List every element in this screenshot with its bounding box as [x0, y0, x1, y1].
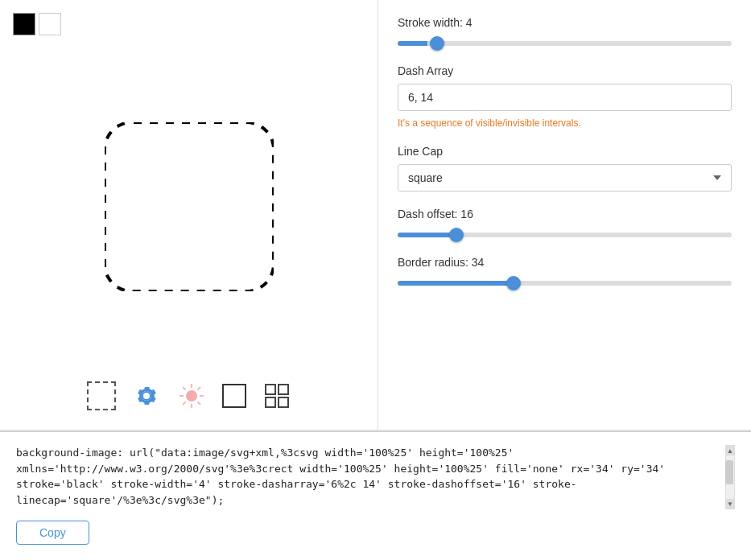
scrollbar-up-arrow[interactable]: ▲: [726, 446, 734, 455]
sunburst-icon[interactable]: [177, 381, 206, 410]
svg-line-7: [197, 402, 200, 406]
scrollbar-thumb[interactable]: [725, 460, 733, 484]
dash-array-input[interactable]: [398, 84, 732, 111]
gear-icon[interactable]: [132, 381, 161, 410]
copy-button[interactable]: Copy: [16, 521, 89, 545]
border-radius-label: Border radius: 34: [398, 256, 732, 269]
svg-point-1: [186, 390, 197, 401]
svg-rect-11: [279, 385, 288, 394]
scrollbar-track[interactable]: ▲ ▼: [725, 445, 735, 509]
border-radius-slider-container: [398, 275, 732, 288]
border-radius-group: Border radius: 34: [398, 256, 732, 288]
right-panel: Stroke width: 4 Dash Array It's a sequen…: [378, 0, 751, 430]
icon-row: [13, 375, 365, 417]
svg-line-6: [183, 387, 186, 390]
dash-offset-label: Dash offset: 16: [398, 208, 732, 220]
swatch-white[interactable]: [39, 13, 61, 35]
stroke-width-group: Stroke width: 4: [398, 16, 732, 48]
border-radius-slider[interactable]: [398, 281, 732, 286]
svg-rect-10: [266, 385, 275, 394]
svg-rect-13: [279, 397, 288, 407]
app-layout: Stroke width: 4 Dash Array It's a sequen…: [0, 0, 751, 560]
scrollbar-down-arrow[interactable]: ▼: [726, 499, 734, 509]
dash-offset-slider[interactable]: [398, 233, 732, 237]
grid-icon[interactable]: [262, 381, 291, 410]
line-cap-select[interactable]: butt round square: [398, 164, 732, 191]
dash-offset-group: Dash offset: 16: [398, 208, 732, 240]
bottom-section: background-image: url("data:image/svg+xm…: [0, 431, 751, 560]
preview-area: [13, 48, 365, 365]
svg-line-8: [197, 387, 200, 390]
dashed-square-icon[interactable]: [87, 381, 116, 410]
dash-array-hint: It's a sequence of visible/invisible int…: [398, 117, 732, 129]
simple-square-icon[interactable]: [222, 384, 246, 408]
dash-array-label: Dash Array: [398, 64, 732, 77]
svg-line-9: [183, 402, 186, 406]
stroke-width-label: Stroke width: 4: [398, 16, 732, 29]
swatch-black[interactable]: [13, 13, 35, 35]
svg-rect-0: [105, 122, 274, 291]
code-text: background-image: url("data:image/svg+xm…: [16, 447, 665, 506]
dash-array-group: Dash Array It's a sequence of visible/in…: [398, 64, 732, 129]
color-swatches: [13, 13, 61, 35]
dashed-rect-svg: [105, 122, 274, 291]
stroke-width-slider-container: [398, 35, 732, 48]
stroke-width-slider[interactable]: [398, 41, 732, 46]
code-wrapper: background-image: url("data:image/svg+xm…: [16, 445, 735, 509]
line-cap-label: Line Cap: [398, 145, 732, 158]
svg-rect-12: [266, 397, 275, 407]
top-section: Stroke width: 4 Dash Array It's a sequen…: [0, 0, 751, 431]
code-output: background-image: url("data:image/svg+xm…: [16, 445, 719, 509]
line-cap-group: Line Cap butt round square: [398, 145, 732, 191]
dash-offset-slider-container: [398, 227, 732, 240]
left-panel: [0, 0, 378, 430]
